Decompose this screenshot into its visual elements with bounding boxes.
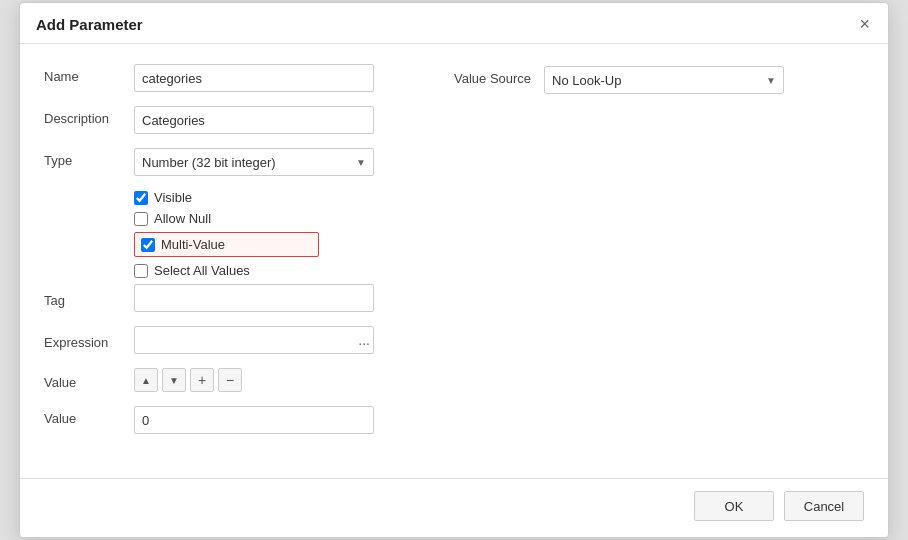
multi-value-highlight-box: Multi-Value <box>134 232 319 257</box>
expression-label: Expression <box>44 330 134 350</box>
select-all-label: Select All Values <box>154 263 250 278</box>
visible-checkbox[interactable] <box>134 191 148 205</box>
value-source-label: Value Source <box>454 66 544 86</box>
expression-input-wrapper: ... <box>134 326 374 354</box>
visible-label: Visible <box>154 190 192 205</box>
type-label: Type <box>44 148 134 168</box>
type-row: Type Number (32 bit integer) String Bool… <box>44 148 454 176</box>
value-add-button[interactable]: + <box>190 368 214 392</box>
ok-button[interactable]: OK <box>694 491 774 521</box>
name-input[interactable] <box>134 64 374 92</box>
expression-input[interactable] <box>134 326 374 354</box>
select-all-row: Select All Values <box>134 263 454 278</box>
value-input-row: Value <box>44 406 454 434</box>
tag-row: Tag <box>44 284 454 312</box>
description-label: Description <box>44 106 134 126</box>
allow-null-label: Allow Null <box>154 211 211 226</box>
value-remove-button[interactable]: − <box>218 368 242 392</box>
type-select[interactable]: Number (32 bit integer) String Boolean F… <box>134 148 374 176</box>
close-button[interactable]: × <box>857 15 872 33</box>
value-controls-row: Value ▲ ▼ + − <box>44 368 454 392</box>
allow-null-checkbox[interactable] <box>134 212 148 226</box>
left-form: Name Description Type Number (32 bit int… <box>44 64 454 448</box>
value-up-button[interactable]: ▲ <box>134 368 158 392</box>
value-down-button[interactable]: ▼ <box>162 368 186 392</box>
description-input[interactable] <box>134 106 374 134</box>
visible-row: Visible <box>134 190 454 205</box>
value-input[interactable] <box>134 406 374 434</box>
tag-input[interactable] <box>134 284 374 312</box>
name-label: Name <box>44 64 134 84</box>
name-row: Name <box>44 64 454 92</box>
expression-row: Expression ... <box>44 326 454 354</box>
select-all-checkbox[interactable] <box>134 264 148 278</box>
multi-value-label: Multi-Value <box>161 237 225 252</box>
value-input-label: Value <box>44 406 134 426</box>
description-row: Description <box>44 106 454 134</box>
value-source-select-wrapper: No Look-Up Look-Up ▼ <box>544 66 784 94</box>
type-select-wrapper: Number (32 bit integer) String Boolean F… <box>134 148 374 176</box>
tag-label: Tag <box>44 288 134 308</box>
multi-value-row: Multi-Value <box>134 232 454 257</box>
checkboxes-area: Visible Allow Null Multi-Value <box>134 190 454 278</box>
value-source-row: Value Source No Look-Up Look-Up ▼ <box>454 66 864 94</box>
dialog-body: Name Description Type Number (32 bit int… <box>20 44 888 468</box>
dialog-title: Add Parameter <box>36 16 143 33</box>
top-form: Name Description Type Number (32 bit int… <box>44 64 864 448</box>
right-form: Value Source No Look-Up Look-Up ▼ <box>454 64 864 448</box>
add-parameter-dialog: Add Parameter × Name Description Type <box>19 2 889 538</box>
multi-value-checkbox[interactable] <box>141 238 155 252</box>
dialog-footer: OK Cancel <box>20 478 888 537</box>
dialog-header: Add Parameter × <box>20 3 888 44</box>
cancel-button[interactable]: Cancel <box>784 491 864 521</box>
value-controls: ▲ ▼ + − <box>134 368 242 392</box>
allow-null-row: Allow Null <box>134 211 454 226</box>
value-source-select[interactable]: No Look-Up Look-Up <box>544 66 784 94</box>
expression-dots-button[interactable]: ... <box>358 333 370 347</box>
value-controls-label: Value <box>44 370 134 390</box>
